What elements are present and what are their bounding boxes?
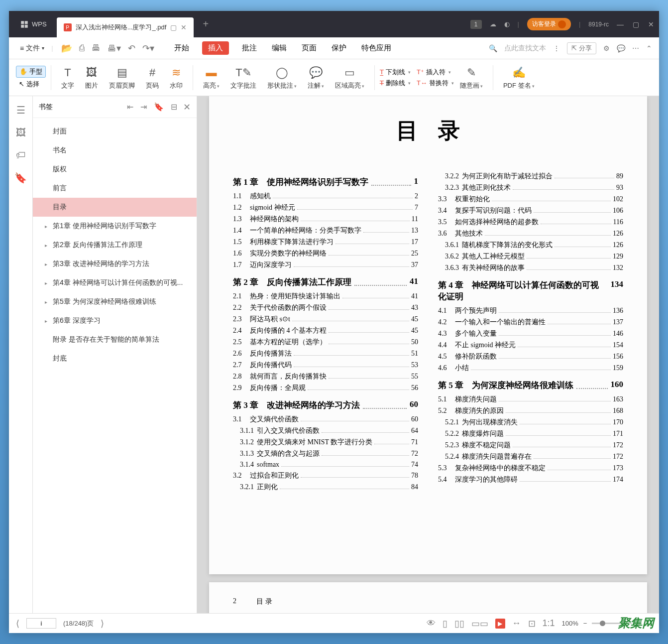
bm-add-icon[interactable]: 🔖 [154,102,164,112]
tab-board-icon[interactable]: ▢ [170,23,177,31]
print-icon[interactable]: 🖶 [92,43,101,54]
expand-icon[interactable]: ▸ [45,299,50,305]
fit-width-icon[interactable]: ↔ [512,618,521,629]
bookmark-item[interactable]: ▸第5章 为何深度神经网络很难训练 [33,292,197,311]
close-tab-icon[interactable]: ✕ [181,23,187,31]
fit-page-icon[interactable]: ⊡ [528,618,536,629]
replace-symbol-tool[interactable]: T↔替换符▾ [417,79,454,88]
bookmark-item[interactable]: ▸第6章 深度学习 [33,311,197,330]
page-num-tool[interactable]: #页码 [141,63,164,92]
pdf-sign-tool[interactable]: ✍PDF 签名▾ [498,63,540,92]
bookmark-item[interactable]: 目录 [33,198,197,217]
text-annotation-tool[interactable]: T✎文字批注 [225,63,261,92]
bookmark-item[interactable]: 前言 [33,179,197,198]
share-button[interactable]: ⇱ 分享 [567,42,596,54]
search-icon[interactable]: 🔍 [489,44,497,52]
page-input[interactable] [26,618,56,629]
bookmark-item[interactable]: ▸第4章 神经网络可以计算任何函数的可视... [33,273,197,292]
undo-icon[interactable]: ↶ [128,43,135,54]
bookmark-item[interactable]: 版权 [33,160,197,179]
new-tab-button[interactable]: + [203,18,209,30]
document-view[interactable]: 目录 第 1 章 使用神经网络识别手写数字11.1感知机21.2sigmoid … [197,96,659,613]
maximize-icon[interactable]: ▢ [633,20,639,28]
file-menu[interactable]: ≡ 文件 ▾ [16,42,48,55]
hand-tool[interactable]: ✋手型 [16,66,46,78]
strikethrough-tool[interactable]: T̶删除线▾ [380,79,411,88]
insert-symbol-tool[interactable]: T⁺插入符▾ [417,68,454,77]
comment-tool[interactable]: 💬注解▾ [303,63,329,92]
highlight-tool[interactable]: ▬高亮▾ [198,63,224,92]
search-hint[interactable]: 点此查找文本 [504,44,546,53]
toc-chapter: 第 1 章 使用神经网络识别手写数字1 [233,176,418,188]
save-icon[interactable]: ⎙ [79,43,85,54]
text-tool[interactable]: T文字 [56,63,79,92]
bookmark-item[interactable]: 书名 [33,141,197,160]
play-icon[interactable]: ▶ [495,619,505,629]
menu-tab-保护[interactable]: 保护 [330,41,348,55]
expand-icon[interactable]: ▸ [45,243,50,248]
eye-icon[interactable]: 👁 [427,618,436,629]
menu-tab-插入[interactable]: 插入 [202,41,229,55]
view-double-icon[interactable]: ▭▭ [471,618,488,629]
expand-icon[interactable]: ▸ [45,261,50,267]
thumbnail-icon[interactable]: 🖼 [16,127,26,138]
chat-icon[interactable]: 💬 [617,44,625,52]
toc-line: 1.4一个简单的神经网络：分类手写数字13 [233,226,418,235]
image-tool[interactable]: 🖼图片 [80,63,103,92]
shape-annotation-tool[interactable]: ◯形状批注▾ [262,63,302,92]
menu-tab-开始[interactable]: 开始 [172,41,191,55]
bm-indent-left-icon[interactable]: ⇤ [127,102,133,112]
close-window-icon[interactable]: ✕ [648,20,654,28]
more-icon[interactable]: ⋯ [632,44,639,52]
minimize-icon[interactable]: — [617,20,624,28]
shape-annotation-icon: ◯ [276,65,288,80]
redo-icon[interactable]: ↷▾ [142,43,154,54]
menu-tab-特色应用[interactable]: 特色应用 [359,41,393,55]
menu-tab-页面[interactable]: 页面 [300,41,319,55]
header-footer-tool[interactable]: ▤页眉页脚 [104,63,140,92]
watermark-tool[interactable]: ≋水印 [165,63,188,92]
bookmark-item[interactable]: ▸第1章 使用神经网络识别手写数字 [33,217,197,236]
toc-line: 5.1梯度消失问题163 [438,395,623,404]
actual-size-icon[interactable]: 1:1 [543,618,555,629]
menu-more-icon[interactable]: ⋮ [553,44,560,52]
skin-icon[interactable]: ◐ [504,20,510,28]
expand-icon[interactable]: ▸ [45,318,50,324]
cloud-icon[interactable]: ☁ [490,20,496,28]
menu-tab-编辑[interactable]: 编辑 [270,41,289,55]
menu-tab-批注[interactable]: 批注 [240,41,259,55]
view-continuous-icon[interactable]: ▯▯ [454,618,464,629]
bookmark-item[interactable]: ▸第3章 改进神经网络的学习方法 [33,255,197,273]
hamburger-icon: ≡ [20,44,24,52]
bm-indent-right-icon[interactable]: ⇥ [140,102,147,112]
underline-tool[interactable]: T̲下划线▾ [380,68,411,77]
settings-icon[interactable]: ⚙ [603,44,610,52]
bookmark-item[interactable]: 封面 [33,122,197,141]
bookmark-item[interactable]: ▸第2章 反向传播算法工作原理 [33,236,197,255]
bookmark-item[interactable]: 附录 是否存在关于智能的简单算法 [33,330,197,349]
toc-line: 2.3阿达马积 s⊙t45 [233,315,418,324]
close-panel-icon[interactable]: ✕ [183,102,191,113]
open-icon[interactable]: 📂 [61,43,72,54]
tag-icon[interactable]: 🏷 [16,149,26,161]
zoom-out-icon[interactable]: − [583,620,587,627]
freehand-tool[interactable]: ✎随意画▾ [455,63,488,92]
guest-login-button[interactable]: 访客登录 [527,18,571,30]
notification-badge[interactable]: 1 [470,20,482,29]
bm-collapse-icon[interactable]: ⊟ [171,102,177,112]
toc-line: 2.2关于代价函数的两个假设43 [233,303,418,312]
view-single-icon[interactable]: ▯ [443,618,447,629]
area-highlight-tool[interactable]: ▭区域高亮▾ [330,63,369,92]
bookmark-item[interactable]: 封底 [33,349,197,368]
prev-page-icon[interactable]: ⟨ [16,618,19,629]
expand-icon[interactable]: ▸ [45,280,50,286]
select-tool[interactable]: ↖选择 [16,79,46,90]
document-tab[interactable]: P 深入浅出神经网络...度学习_.pdf ▢ ✕ [57,17,194,37]
collapse-ribbon-icon[interactable]: ⌃ [646,44,652,52]
print-preview-icon[interactable]: 🖶▾ [108,43,121,54]
next-page-icon[interactable]: ⟩ [101,618,104,629]
bookmark-rail-icon[interactable]: 🔖 [14,172,27,184]
expand-icon[interactable]: ▸ [45,224,50,229]
outline-icon[interactable]: ☰ [16,104,25,116]
bookmark-label: 第3章 改进神经网络的学习方法 [53,259,149,268]
